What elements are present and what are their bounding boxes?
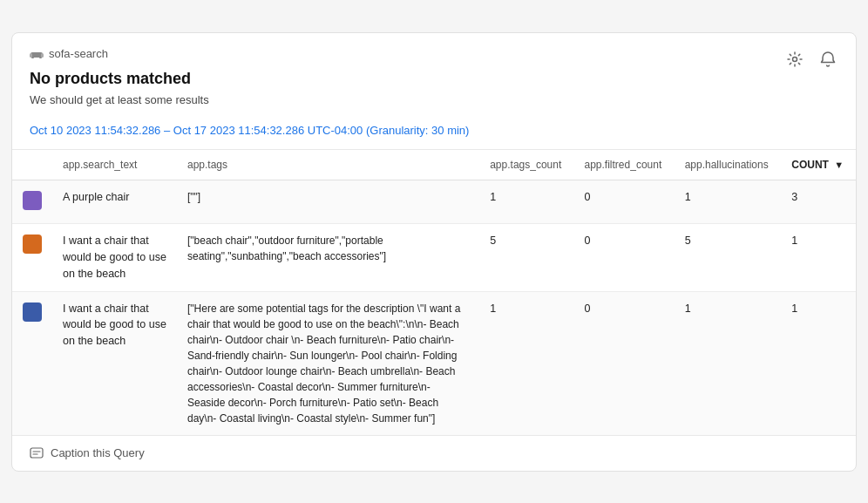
page-subtitle: We should get at least some results	[30, 93, 209, 106]
main-card: sofa-search No products matched We shoul…	[11, 32, 857, 472]
row-filtred-count: 0	[574, 224, 675, 291]
svg-point-5	[793, 57, 797, 61]
header: sofa-search No products matched We shoul…	[12, 33, 856, 115]
row-hallucinations: 5	[675, 224, 782, 291]
svg-rect-3	[30, 53, 32, 58]
row-count: 1	[781, 291, 856, 435]
bell-icon	[819, 51, 837, 68]
footer[interactable]: Caption this Query	[12, 435, 856, 471]
col-search-text: app.search_text	[52, 150, 177, 180]
row-search-text: I want a chair that would be good to use…	[52, 291, 177, 435]
app-name: sofa-search	[30, 47, 209, 61]
color-dot	[23, 302, 42, 322]
row-hallucinations: 1	[675, 180, 782, 224]
table-row: A purple chair[""]1013	[12, 180, 856, 224]
row-tags: ["Here are some potential tags for the d…	[177, 291, 479, 435]
row-search-text: I want a chair that would be good to use…	[52, 224, 177, 291]
row-filtred-count: 0	[574, 180, 675, 224]
settings-button[interactable]	[784, 49, 805, 72]
row-color-cell	[12, 291, 52, 435]
col-tags: app.tags	[177, 150, 479, 180]
row-search-text: A purple chair	[52, 180, 177, 224]
col-count[interactable]: COUNT ▼	[781, 150, 856, 180]
row-tags: [""]	[177, 180, 479, 224]
color-dot	[23, 235, 42, 254]
header-icons	[784, 47, 838, 72]
sofa-icon	[30, 47, 44, 61]
row-count: 3	[781, 180, 856, 224]
svg-rect-6	[31, 448, 43, 458]
col-color	[12, 150, 52, 180]
row-count: 1	[781, 224, 856, 291]
row-tags: ["beach chair","outdoor furniture","port…	[177, 224, 479, 291]
svg-rect-4	[41, 53, 44, 58]
row-tags-count: 1	[479, 180, 573, 224]
col-filtred-count: app.filtred_count	[574, 150, 675, 180]
caption-icon	[30, 446, 44, 460]
row-color-cell	[12, 180, 52, 224]
row-tags-count: 1	[479, 291, 573, 435]
table-header-row: app.search_text app.tags app.tags_count …	[12, 150, 856, 180]
page-title: No products matched	[30, 70, 209, 88]
settings-icon	[786, 51, 804, 68]
row-tags-count: 5	[479, 224, 573, 291]
table-row: I want a chair that would be good to use…	[12, 224, 856, 291]
row-hallucinations: 1	[675, 291, 782, 435]
col-hallucinations: app.hallucinations	[675, 150, 782, 180]
results-table: app.search_text app.tags app.tags_count …	[12, 150, 856, 435]
notifications-button[interactable]	[817, 49, 838, 72]
footer-label: Caption this Query	[51, 446, 145, 459]
row-filtred-count: 0	[574, 291, 675, 435]
color-dot	[23, 191, 42, 210]
row-color-cell	[12, 224, 52, 291]
sort-arrow-icon: ▼	[834, 160, 844, 170]
col-tags-count: app.tags_count	[479, 150, 573, 180]
table-row: I want a chair that would be good to use…	[12, 291, 856, 435]
date-range[interactable]: Oct 10 2023 11:54:32.286 – Oct 17 2023 1…	[12, 115, 856, 149]
